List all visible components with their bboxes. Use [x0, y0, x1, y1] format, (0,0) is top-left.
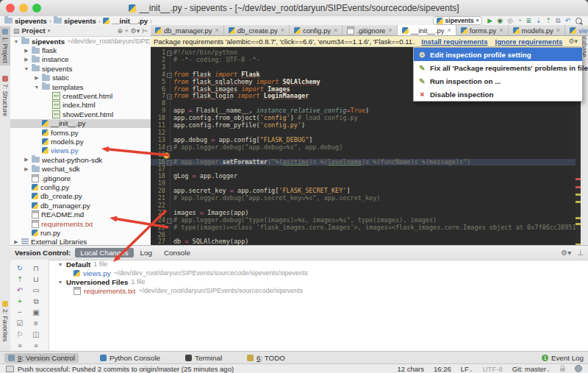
- breadcrumb-item[interactable]: sipevents: [15, 17, 47, 25]
- tree-item-db_manager.py[interactable]: db_manager.py: [10, 201, 151, 210]
- tree-item-sipevents[interactable]: ▼sipevents ~/dev/dev_root/daryun/SIPE: [10, 37, 151, 46]
- editor-tab-views.py[interactable]: views.py×: [565, 25, 588, 35]
- breadcrumb[interactable]: sipevents›sipevents›__init__.py›: [4, 16, 152, 25]
- vcs-settings-gear-icon[interactable]: ⚙▾: [561, 249, 571, 257]
- copy-icon[interactable]: ⧉: [31, 297, 41, 306]
- tree-item-templates[interactable]: ▼templates: [10, 82, 151, 91]
- flag-icon[interactable]: ⚐: [15, 330, 25, 338]
- changed-file-row[interactable]: requirements.txt~/dev/dev_root/daryun/SI…: [49, 286, 588, 295]
- vcs-tab-local-changes[interactable]: Local Changes: [75, 248, 133, 257]
- event-log-button[interactable]: 1 Event Log: [542, 354, 584, 362]
- tree-arrow-icon[interactable]: ▶: [34, 75, 40, 81]
- tree-item-forms.py[interactable]: forms.py: [10, 128, 151, 137]
- tree-item-index.html[interactable]: <>index.html: [10, 101, 151, 110]
- run-button[interactable]: ▶: [487, 17, 492, 24]
- tree-item-config.py[interactable]: config.py: [10, 182, 151, 191]
- tree-item-db_create.py[interactable]: db_create.py: [10, 192, 151, 201]
- concurrency-button[interactable]: ≣: [526, 17, 531, 24]
- changelist-group[interactable]: ▼Unversioned Files1 file: [49, 277, 588, 286]
- vcs-changes-button[interactable]: ⧉: [556, 17, 560, 24]
- tree-item-External Libraries[interactable]: ▶External Libraries: [10, 238, 151, 245]
- add-icon[interactable]: +: [15, 297, 25, 305]
- close-tab-icon[interactable]: ×: [499, 26, 503, 34]
- shelve-icon[interactable]: ▭: [31, 286, 41, 294]
- tree-item-.gitignore[interactable]: .gitignore: [10, 174, 151, 182]
- more-icon[interactable]: »: [15, 341, 25, 349]
- yellow-stripe-mark[interactable]: [576, 201, 581, 203]
- toggle-toolwindows-icon[interactable]: [6, 366, 14, 372]
- tree-item-wechat-python-sdk[interactable]: ▶wechat-python-sdk: [10, 155, 151, 164]
- fold-marker-icon[interactable]: −: [167, 160, 172, 166]
- toolwindow-button-python-console[interactable]: Python Console: [96, 353, 164, 363]
- close-tab-icon[interactable]: ×: [215, 26, 219, 34]
- intention-bulb-icon[interactable]: [163, 152, 170, 159]
- tree-item-views.py[interactable]: views.py: [10, 146, 151, 155]
- close-tab-icon[interactable]: ×: [281, 26, 284, 34]
- popup-item[interactable]: ⚙Edit inspection profile setting: [414, 48, 582, 61]
- tree-item-flask[interactable]: ▶flask: [10, 46, 151, 54]
- red-stripe-mark[interactable]: [576, 186, 581, 188]
- expand-all-icon[interactable]: ⊔: [31, 275, 41, 283]
- fold-marker-icon[interactable]: −: [167, 94, 172, 99]
- close-tab-icon[interactable]: ×: [448, 26, 451, 34]
- yellow-stripe-mark[interactable]: [576, 193, 581, 196]
- code-line-27[interactable]: 27db = SQLAlchemy(app): [151, 238, 576, 245]
- run-configuration-select[interactable]: sipevents▾: [433, 16, 483, 25]
- close-tab-icon[interactable]: ×: [388, 26, 392, 34]
- tree-item-README.md[interactable]: README.md: [10, 210, 151, 219]
- toolwindow-button-terminal[interactable]: Terminal: [182, 353, 226, 363]
- editor-tab-config.py[interactable]: config.py×: [290, 25, 343, 35]
- tool-window-tab-2-favorites[interactable]: 2: Favorites: [0, 299, 10, 344]
- git-branch-select[interactable]: Git: master⌄: [512, 365, 551, 373]
- toolwindow-button-6-todo[interactable]: 6: TODO: [243, 353, 289, 363]
- more-icon[interactable]: »: [31, 341, 41, 349]
- editor-tab-__init__.py[interactable]: __init__.py×: [398, 25, 456, 35]
- details-icon[interactable]: ▣: [31, 308, 41, 316]
- tree-item-instance[interactable]: ▶instance: [10, 55, 151, 64]
- vcs-commit-button[interactable]: ⇡: [545, 17, 551, 24]
- refresh-icon[interactable]: ↻: [15, 264, 25, 272]
- editor-tab-forms.py[interactable]: forms.py×: [456, 25, 509, 35]
- line-ending-select[interactable]: LF⌄: [461, 365, 473, 373]
- tree-arrow-icon[interactable]: ▼: [57, 262, 63, 267]
- fold-marker-icon[interactable]: −: [167, 73, 172, 78]
- coverage-button[interactable]: ◎: [507, 17, 513, 24]
- settings-gear-icon[interactable]: ⚙▾: [131, 27, 140, 35]
- fold-marker-icon[interactable]: −: [167, 51, 172, 56]
- tree-arrow-icon[interactable]: ▼: [34, 85, 40, 90]
- undo-button[interactable]: ↶: [564, 17, 570, 24]
- hide-panel-icon[interactable]: ⊥: [577, 249, 584, 257]
- code-line-16[interactable]: 16−# app.logger.setFormatter("%(asctime)…: [151, 159, 576, 166]
- close-tab-icon[interactable]: ×: [334, 26, 337, 34]
- red-stripe-mark[interactable]: [576, 178, 581, 180]
- tree-item-sipevents[interactable]: ▼sipevents: [10, 64, 151, 73]
- checkbox-icon[interactable]: ☑: [15, 319, 25, 327]
- tree-item-showEvent.html[interactable]: <>showEvent.html: [10, 110, 151, 118]
- toolwindow-button-9-version-control[interactable]: 9: Version Control: [4, 353, 79, 363]
- tree-arrow-icon[interactable]: ▶: [13, 239, 19, 245]
- yellow-stripe-mark[interactable]: [576, 223, 581, 225]
- close-tab-icon[interactable]: ×: [556, 26, 560, 34]
- group-by-icon[interactable]: ≡: [31, 319, 41, 327]
- tree-arrow-icon[interactable]: ▼: [13, 39, 19, 44]
- ignore-requirements-link[interactable]: Ignore requirements: [495, 38, 563, 46]
- tree-item-wechat_sdk[interactable]: ▶wechat_sdk: [10, 164, 151, 173]
- hide-panel-icon[interactable]: ⊢: [142, 27, 148, 35]
- editor-tab-db_manager.py[interactable]: db_manager.py×: [151, 25, 224, 35]
- locate-file-icon[interactable]: ⊕: [118, 27, 123, 35]
- tree-item-static[interactable]: ▶static: [10, 74, 151, 82]
- debug-button[interactable]: ◉: [497, 17, 503, 24]
- vcs-update-button[interactable]: ⇣: [536, 17, 542, 24]
- tree-item-requirements.txt[interactable]: requirements.txt: [10, 219, 151, 228]
- tool-window-tab-1-project[interactable]: 1: Project: [0, 26, 10, 65]
- search-everywhere-icon[interactable]: [576, 18, 582, 24]
- tree-item-__init__.py[interactable]: __init__.py: [10, 119, 151, 128]
- tree-arrow-icon[interactable]: ▶: [24, 157, 29, 163]
- editor-tab-.gitignore[interactable]: .gitignore×: [343, 25, 397, 35]
- breadcrumb-item[interactable]: sipevents: [64, 17, 96, 25]
- tree-item-models.py[interactable]: models.py: [10, 137, 151, 146]
- install-requirements-link[interactable]: Install requirements: [421, 38, 487, 46]
- editor-tab-db_create.py[interactable]: db_create.py×: [224, 25, 290, 35]
- fold-marker-icon[interactable]: −: [167, 219, 172, 224]
- breadcrumb-item[interactable]: __init__.py: [112, 17, 148, 25]
